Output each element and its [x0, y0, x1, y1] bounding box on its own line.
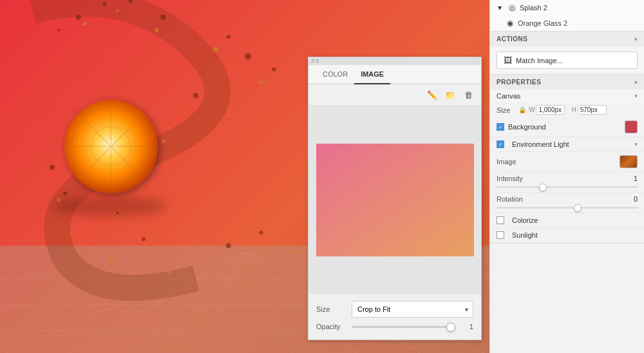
svg-point-13 [102, 2, 106, 6]
sunlight-label: Sunlight [512, 231, 538, 239]
delete-icon[interactable]: 🗑 [462, 88, 475, 101]
colorize-row: Colorize [490, 213, 644, 227]
environment-image-thumbnail[interactable] [620, 155, 638, 168]
opacity-slider-row: Opacity 1 [316, 323, 473, 330]
pencil-icon[interactable]: ✏️ [426, 88, 439, 101]
sunlight-checkbox[interactable] [497, 231, 504, 239]
actions-section: ACTIONS ▾ 🖼 Match Image... [490, 32, 644, 75]
tab-image[interactable]: IMAGE [354, 65, 390, 84]
rotation-slider-container [490, 205, 644, 213]
svg-point-32 [259, 81, 263, 84]
opacity-value: 1 [460, 323, 473, 330]
match-image-label: Match Image... [516, 57, 563, 64]
intensity-value: 1 [629, 175, 638, 182]
intensity-slider-thumb[interactable] [539, 184, 547, 191]
size-select[interactable]: Crop to Fit Fit Fill Stretch Tile [352, 301, 473, 318]
width-field: W [529, 105, 565, 115]
svg-point-20 [193, 93, 198, 98]
drag-handle-dots: ⠿⠿ [311, 59, 320, 64]
environment-light-label: Environment Light [512, 140, 630, 148]
background-row: Background [490, 117, 644, 137]
width-input[interactable] [536, 105, 565, 115]
intensity-slider-container [490, 185, 644, 192]
background-color-swatch[interactable] [625, 120, 638, 133]
svg-point-41 [292, 251, 296, 254]
svg-point-29 [116, 10, 118, 12]
svg-point-16 [160, 15, 166, 20]
rotation-slider-track[interactable] [497, 207, 638, 209]
image-preview [316, 144, 474, 256]
svg-point-26 [226, 243, 231, 248]
intensity-slider-track[interactable] [497, 186, 638, 188]
intensity-row: Intensity 1 [490, 171, 644, 185]
colorize-checkbox[interactable] [497, 216, 504, 224]
properties-chevron-icon: ▾ [634, 79, 638, 86]
panel-drag-handle[interactable]: ⠿⠿ [308, 57, 481, 65]
svg-point-14 [57, 29, 60, 32]
app-container: ⠿⠿ COLOR IMAGE ✏️ 📁 🗑 Size [0, 0, 644, 353]
environment-image-row: Image [490, 151, 644, 171]
svg-point-38 [108, 256, 113, 262]
splash2-object-icon: ◎ [507, 3, 516, 12]
splash2-label: Splash 2 [520, 4, 547, 12]
environment-light-header: Environment Light ▾ [490, 137, 644, 151]
size-select-wrapper: Crop to Fit Fit Fill Stretch Tile ▾ [352, 301, 473, 318]
panel-tabs: COLOR IMAGE [308, 65, 481, 84]
match-image-button[interactable]: 🖼 Match Image... [497, 52, 638, 69]
svg-point-18 [245, 53, 251, 59]
svg-point-40 [247, 264, 249, 267]
canvas-label: Canvas [497, 92, 520, 100]
background-checkbox[interactable] [497, 123, 504, 131]
svg-point-22 [50, 165, 55, 170]
environment-light-checkbox[interactable] [497, 140, 504, 148]
match-image-icon: 🖼 [504, 55, 512, 65]
right-panel: ▾ ◎ Splash 2 ◉ Orange Glass 2 ACTIONS ▾ … [489, 0, 644, 353]
canvas-subsection-header[interactable]: Canvas ▾ [490, 90, 644, 102]
environment-light-section: Environment Light ▾ Image Intensity 1 [490, 137, 644, 243]
svg-point-27 [259, 231, 263, 234]
svg-point-17 [227, 35, 231, 39]
svg-point-30 [155, 28, 158, 32]
svg-point-34 [161, 139, 165, 143]
svg-point-12 [76, 15, 81, 20]
opacity-slider-track[interactable] [352, 326, 455, 328]
properties-section: PROPERTIES ▾ Canvas ▾ Size 🔒 W H [490, 75, 644, 243]
size-control-label: Size [316, 305, 352, 313]
actions-section-header[interactable]: ACTIONS ▾ [490, 32, 644, 46]
lock-icon[interactable]: 🔒 [518, 106, 526, 113]
actions-title: ACTIONS [497, 35, 528, 43]
size-prop-label: Size [497, 106, 516, 114]
image-preview-area [308, 106, 481, 294]
rotation-slider-thumb[interactable] [574, 204, 582, 212]
properties-title: PROPERTIES [497, 79, 541, 86]
svg-point-28 [83, 22, 87, 26]
tree-item-splash2[interactable]: ▾ ◎ Splash 2 [490, 0, 644, 15]
tab-color[interactable]: COLOR [316, 65, 354, 84]
panel-toolbar: ✏️ 📁 🗑 [308, 84, 481, 106]
orangeglass2-label: Orange Glass 2 [518, 19, 567, 27]
opacity-label: Opacity [316, 323, 352, 330]
svg-point-37 [70, 231, 73, 234]
size-control-row: Size Crop to Fit Fit Fill Stretch Tile ▾ [316, 301, 473, 318]
panel-controls: Size Crop to Fit Fit Fill Stretch Tile ▾ [308, 294, 481, 339]
opacity-slider-thumb[interactable] [446, 323, 455, 332]
rotation-value: 0 [634, 195, 638, 203]
scene-tree: ▾ ◎ Splash 2 ◉ Orange Glass 2 [490, 0, 644, 32]
orange-object [64, 100, 158, 193]
orangeglass2-object-icon: ◉ [506, 19, 515, 28]
properties-section-header[interactable]: PROPERTIES ▾ [490, 75, 644, 90]
size-row: Size 🔒 W H [490, 102, 644, 117]
background-label: Background [508, 123, 625, 131]
svg-point-31 [213, 47, 218, 52]
intensity-label: Intensity [497, 175, 625, 182]
environment-image-label: Image [497, 158, 620, 166]
sunlight-row: Sunlight [490, 227, 644, 242]
folder-icon[interactable]: 📁 [444, 88, 457, 101]
tree-item-orangeglass2[interactable]: ◉ Orange Glass 2 [490, 15, 644, 31]
height-dim-label: H [571, 106, 576, 113]
orange-shadow [52, 196, 167, 216]
actions-section-body: 🖼 Match Image... [490, 46, 644, 74]
svg-point-33 [227, 114, 230, 117]
height-input[interactable] [578, 105, 607, 115]
svg-point-19 [272, 68, 276, 72]
